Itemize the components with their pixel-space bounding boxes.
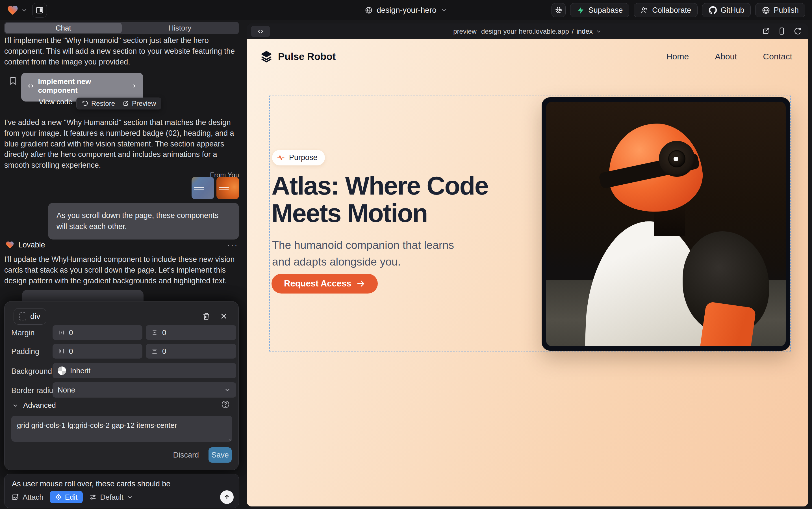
border-radius-label: Border radius [11,386,57,395]
preview-toolbar: preview--design-your-hero.lovable.app / … [247,24,808,39]
restore-preview-toolbar: Restore Preview [76,98,161,109]
attach-button[interactable]: Attach [11,493,43,502]
chevron-down-icon [596,28,602,34]
gear-icon [554,6,563,14]
component-card-title: Implement new component [38,77,123,95]
chat-composer: As user mouse roll over, these cards sho… [4,474,239,508]
send-button[interactable] [220,490,234,504]
more-options-button[interactable]: ··· [227,240,238,250]
code-icon [257,28,264,35]
hero-section-selected[interactable]: Purpose Atlas: Where Code Meets Motion T… [269,96,791,351]
discard-button[interactable]: Discard [173,451,199,460]
chevron-down-icon [21,7,28,13]
supabase-icon [577,6,585,14]
save-button[interactable]: Save [209,447,232,463]
site-header: Pulse Robot Home About Contact [260,50,792,63]
attach-image-icon [11,493,19,501]
nav-home[interactable]: Home [666,52,689,61]
collaborate-button[interactable]: Collaborate [634,3,698,17]
restore-button[interactable]: Restore [82,100,115,107]
selected-element-pill[interactable]: div [13,308,46,325]
user-attachments [191,177,239,199]
chat-history-tabs: Chat History [4,22,239,34]
open-in-new-icon[interactable] [762,27,770,35]
project-name: design-your-hero [377,6,437,15]
padding-y-input[interactable]: 0 [146,344,236,359]
code-icon [27,82,34,90]
padding-x-input[interactable]: 0 [52,344,142,359]
element-tag: div [30,312,40,321]
close-icon[interactable] [219,312,228,321]
bookmark-icon[interactable] [8,76,17,86]
publish-globe-icon [762,6,770,14]
settings-button[interactable] [552,3,566,17]
element-outline-icon [20,312,26,320]
padding-horizontal-icon [58,347,65,355]
attachment-thumbnail[interactable] [216,177,239,199]
site-canvas: Pulse Robot Home About Contact Purpose A… [247,39,808,506]
chat-panel: Chat History I'll implement the "Why Hum… [4,22,239,509]
margin-y-input[interactable]: 0 [146,325,236,340]
layers-icon [260,50,273,63]
assistant-message: I've added a new "Why Humanoid" section … [4,117,238,171]
model-selector[interactable]: Default [89,493,133,502]
preview-url: preview--design-your-hero.lovable.app [453,27,569,35]
margin-x-input[interactable]: 0 [52,325,142,340]
external-link-icon [122,100,129,107]
preview-button[interactable]: Preview [122,100,156,107]
top-bar: design-your-hero Supabase Collaborate [0,0,812,20]
padding-label: Padding [11,347,39,356]
chevron-down-icon [127,494,133,500]
purpose-badge: Purpose [272,150,325,165]
toggle-sidebar-button[interactable] [32,3,47,18]
lovable-heart-icon [5,240,14,249]
element-inspector-panel: div Margin 0 0 Padding 0 0 Backgro [4,301,239,470]
assistant-message: I'll implement the "Why Humanoid" sectio… [4,35,238,67]
collaborate-icon [640,6,649,14]
component-change-card[interactable]: Implement new component View code [21,73,143,102]
attachment-thumbnail[interactable] [191,177,214,199]
chevron-right-icon [132,83,137,89]
request-access-button[interactable]: Request Access [271,274,378,294]
chevron-down-icon [440,7,447,13]
chevron-down-icon [224,386,231,394]
background-label: Background [11,367,52,376]
site-nav: Home About Contact [666,52,792,61]
refresh-icon[interactable] [793,27,802,35]
chat-input[interactable]: As user mouse roll over, these cards sho… [12,480,229,491]
advanced-classes-textarea[interactable]: grid grid-cols-1 lg:grid-cols-2 gap-12 i… [11,416,232,442]
border-radius-select[interactable]: None [52,382,236,398]
github-button[interactable]: GitHub [702,3,751,17]
lovable-logo[interactable] [7,4,28,16]
target-icon [55,494,62,501]
project-switcher[interactable]: design-your-hero [365,0,447,20]
chevron-down-icon [12,402,19,409]
globe-icon [365,6,373,14]
code-view-toggle[interactable] [251,26,270,37]
publish-button[interactable]: Publish [755,3,805,17]
trash-icon[interactable] [202,312,211,321]
margin-horizontal-icon [58,329,65,336]
nav-about[interactable]: About [715,52,737,61]
nav-contact[interactable]: Contact [763,52,792,61]
tab-chat[interactable]: Chat [5,23,122,33]
assistant-message: I'll update the WhyHumanoid component to… [4,254,238,286]
hero-subheading: The humanoid companion that learns and a… [272,237,464,270]
edit-mode-button[interactable]: Edit [50,491,83,503]
advanced-toggle[interactable]: Advanced [12,401,56,410]
heart-icon [7,4,19,16]
margin-vertical-icon [151,329,158,336]
help-icon[interactable] [221,400,230,409]
hero-robot-card [542,97,790,351]
background-input[interactable]: Inherit [52,363,236,378]
supabase-button[interactable]: Supabase [570,3,629,17]
mobile-view-icon[interactable] [778,27,786,35]
preview-path: index [576,27,592,35]
lovable-app: design-your-hero Supabase Collaborate [0,0,812,509]
tab-history[interactable]: History [122,23,238,33]
padding-vertical-icon [151,347,158,355]
site-brand[interactable]: Pulse Robot [260,50,336,63]
assistant-name: Lovable [19,241,45,249]
robot-forearm [698,301,756,346]
preview-url-selector[interactable]: preview--design-your-hero.lovable.app / … [453,27,602,35]
